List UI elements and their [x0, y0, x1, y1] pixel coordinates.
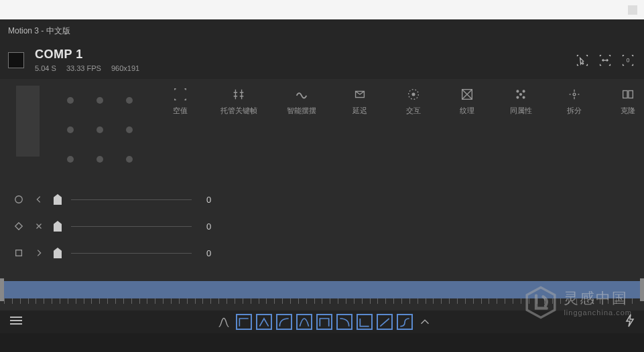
comp-size: 960x191: [111, 64, 139, 72]
slider-diamond: 0: [13, 213, 631, 240]
tool-label: 交互: [406, 106, 421, 116]
bolt-icon[interactable]: [625, 314, 635, 330]
preview-box: [16, 86, 40, 157]
select-mode-icon[interactable]: [574, 52, 590, 68]
timeline-handle-right[interactable]: [640, 278, 644, 301]
timeline-range[interactable]: [4, 281, 640, 298]
anchor-tc[interactable]: [96, 97, 103, 104]
comp-duration: 5.04 S: [35, 64, 56, 72]
ease-preset-3[interactable]: [276, 314, 292, 330]
window-close-placeholder: [628, 5, 637, 15]
comp-meta: 5.04 S 33.33 FPS 960x191: [35, 64, 147, 72]
slider-track[interactable]: [71, 226, 192, 227]
null-tool[interactable]: 空值: [164, 87, 196, 116]
svg-rect-14: [16, 250, 22, 256]
ease-preset-9[interactable]: [397, 314, 413, 330]
svg-point-6: [523, 90, 525, 92]
anchor-br[interactable]: [126, 156, 133, 163]
split-tool[interactable]: 拆分: [558, 87, 590, 116]
anchor-tr[interactable]: [126, 97, 133, 104]
interact-tool[interactable]: 交互: [397, 87, 430, 116]
slider-value: 0: [206, 195, 233, 205]
bottom-menu-icon[interactable]: [9, 316, 23, 328]
slider-value: 0: [206, 248, 233, 258]
timeline-ticks: [4, 298, 640, 308]
svg-point-10: [573, 93, 576, 96]
svg-point-3: [412, 93, 415, 96]
keyframe-host-tool[interactable]: 托管关键帧: [218, 87, 259, 116]
svg-point-5: [517, 90, 519, 92]
anchor-bl[interactable]: [67, 156, 74, 163]
svg-point-8: [523, 96, 525, 98]
slider-value: 0: [206, 222, 233, 232]
tool-label: 纹理: [460, 106, 474, 116]
ease-collapse-icon[interactable]: [417, 314, 433, 330]
slider-circle: 0: [13, 186, 631, 213]
tool-label: 空值: [173, 106, 188, 116]
texture-tool[interactable]: 纹理: [451, 87, 483, 116]
app-title: Motion 3 - 中文版: [8, 25, 70, 37]
svg-rect-12: [629, 91, 633, 98]
slider-track[interactable]: [71, 199, 192, 200]
svg-point-13: [15, 196, 23, 203]
anchor-mr[interactable]: [126, 126, 133, 133]
ease-preset-8[interactable]: [377, 314, 393, 330]
ease-bell-icon[interactable]: [216, 314, 232, 330]
tool-label: 拆分: [567, 106, 582, 116]
anchor-ml[interactable]: [67, 126, 74, 133]
cross-icon[interactable]: [34, 221, 44, 232]
tool-label: 延迟: [352, 106, 367, 116]
tool-label: 托管关键帧: [220, 106, 257, 116]
fit-zero-icon[interactable]: 0: [620, 52, 636, 68]
timeline[interactable]: [0, 278, 644, 311]
anchor-tl[interactable]: [67, 97, 74, 104]
slider-handle[interactable]: [54, 248, 62, 258]
slider-track[interactable]: [71, 253, 192, 254]
anchor-grid: [56, 86, 144, 174]
svg-point-7: [517, 96, 519, 98]
ease-preset-7[interactable]: [357, 314, 373, 330]
comp-color-swatch[interactable]: [8, 52, 24, 68]
square-icon[interactable]: [13, 248, 24, 258]
ease-preset-5[interactable]: [316, 314, 332, 330]
clone-tool[interactable]: 克隆: [612, 87, 644, 116]
comp-fps: 33.33 FPS: [66, 64, 101, 72]
sync-tool[interactable]: 同属性: [505, 87, 537, 116]
fit-width-icon[interactable]: [597, 52, 613, 68]
comp-name: COMP 1: [35, 48, 147, 62]
slider-handle[interactable]: [54, 194, 62, 205]
svg-rect-11: [623, 91, 627, 98]
circle-icon[interactable]: [13, 194, 24, 205]
svg-point-9: [520, 94, 522, 96]
anchor-bc[interactable]: [96, 156, 103, 163]
delay-tool[interactable]: 延迟: [344, 87, 376, 116]
diamond-icon[interactable]: [13, 221, 24, 232]
ease-preset-4[interactable]: [296, 314, 312, 330]
svg-text:0: 0: [627, 57, 630, 64]
ease-preset-2[interactable]: [256, 314, 272, 330]
tool-label: 同属性: [510, 106, 532, 116]
ease-preset-6[interactable]: [336, 314, 352, 330]
chev-right-icon[interactable]: [34, 248, 44, 258]
ease-preset-1[interactable]: [236, 314, 252, 330]
slider-square: 0: [13, 240, 631, 266]
tool-label: 克隆: [621, 106, 635, 116]
slider-handle[interactable]: [54, 221, 62, 232]
chev-left-icon[interactable]: [34, 194, 44, 205]
wiggle-tool[interactable]: 智能摆摆: [281, 87, 322, 116]
tool-label: 智能摆摆: [287, 106, 316, 116]
anchor-mc[interactable]: [96, 126, 103, 133]
